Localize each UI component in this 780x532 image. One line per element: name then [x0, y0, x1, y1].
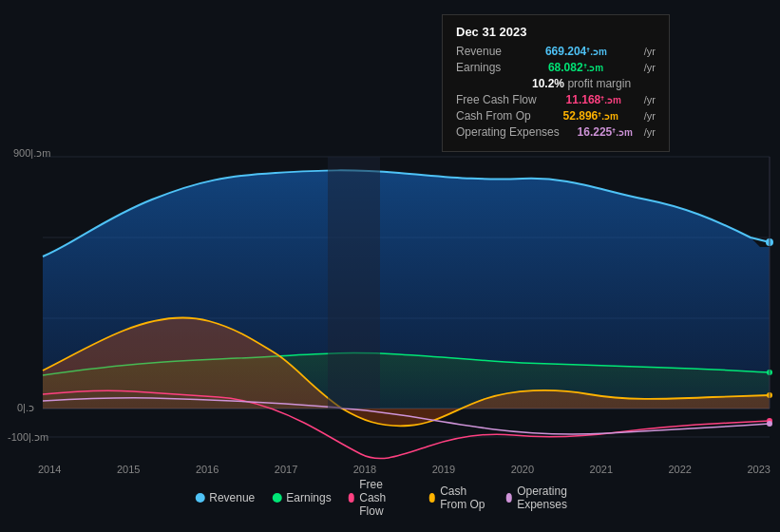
legend-label: Operating Expenses: [517, 484, 585, 511]
x-axis-label: 2023: [747, 464, 770, 475]
legend-item[interactable]: Cash From Op: [429, 484, 489, 511]
x-axis-label: 2020: [511, 464, 534, 475]
legend-label: Cash From Op: [440, 484, 488, 511]
legend-label: Revenue: [209, 491, 255, 504]
margin-value: 10.2%: [532, 77, 564, 90]
tooltip-row-opex: Operating Expenses16.225ꜛ.ɔm/yr: [456, 125, 656, 139]
y-axis-neg-label: -100|.ɔm: [8, 431, 48, 444]
tooltip-row-earnings: Earnings68.082ꜛ.ɔm/yr: [456, 61, 656, 74]
tooltip-row-revenue: Revenue669.204ꜛ.ɔm/yr: [456, 45, 656, 58]
legend-label: Earnings: [286, 491, 331, 504]
svg-point-10: [767, 421, 772, 427]
margin-label: profit margin: [567, 77, 631, 90]
tooltip-label: Cash From Op: [456, 109, 531, 123]
tooltip-value: 68.082ꜛ.ɔm: [548, 61, 603, 74]
tooltip-value: 52.896ꜛ.ɔm: [563, 109, 618, 123]
legend-item[interactable]: Operating Expenses: [506, 484, 585, 511]
tooltip-label: Earnings: [456, 61, 501, 74]
y-axis-zero-label: 0|.ɔ: [17, 402, 34, 414]
tooltip-rows: Revenue669.204ꜛ.ɔm/yrEarnings68.082ꜛ.ɔm/…: [456, 45, 656, 139]
x-axis-label: 2016: [196, 464, 219, 475]
x-axis-label: 2015: [117, 464, 140, 475]
chart-container: 900|.ɔm 0|.ɔ -100|.ɔm 201420152016201720…: [0, 0, 780, 532]
tooltip-row-margin: 10.2% profit margin: [456, 77, 656, 90]
tooltip-suffix: /yr: [644, 126, 656, 138]
tooltip-label: Free Cash Flow: [456, 93, 537, 106]
tooltip-value: 11.168ꜛ.ɔm: [566, 93, 621, 106]
x-axis-labels: 2014201520162017201820192020202120222023: [38, 464, 770, 475]
tooltip-suffix: /yr: [644, 46, 656, 57]
tooltip-suffix: /yr: [644, 62, 656, 73]
svg-rect-11: [328, 157, 380, 408]
legend-item[interactable]: Free Cash Flow: [349, 478, 412, 518]
tooltip-title: Dec 31 2023: [456, 25, 656, 39]
legend-dot: [272, 493, 281, 503]
tooltip-value: 16.225ꜛ.ɔm: [578, 125, 633, 139]
legend-dot: [429, 493, 436, 503]
legend: RevenueEarningsFree Cash FlowCash From O…: [195, 478, 585, 518]
legend-item[interactable]: Earnings: [272, 491, 331, 504]
legend-dot: [506, 493, 513, 503]
x-axis-label: 2019: [432, 464, 455, 475]
legend-label: Free Cash Flow: [359, 478, 411, 518]
tooltip-label: Operating Expenses: [456, 125, 560, 139]
x-axis-label: 2017: [275, 464, 297, 475]
x-axis-label: 2014: [38, 464, 61, 475]
legend-item[interactable]: Revenue: [195, 491, 255, 504]
tooltip-row-fcf: Free Cash Flow11.168ꜛ.ɔm/yr: [456, 93, 656, 106]
tooltip: Dec 31 2023 Revenue669.204ꜛ.ɔm/yrEarning…: [442, 14, 670, 152]
x-axis-label: 2022: [669, 464, 692, 475]
x-axis-label: 2021: [590, 464, 613, 475]
tooltip-value: 669.204ꜛ.ɔm: [545, 45, 607, 58]
tooltip-label: Revenue: [456, 45, 502, 58]
tooltip-row-cashop: Cash From Op52.896ꜛ.ɔm/yr: [456, 109, 656, 123]
y-axis-top-label: 900|.ɔm: [13, 147, 50, 160]
x-axis-label: 2018: [353, 464, 376, 475]
tooltip-suffix: /yr: [644, 94, 656, 105]
tooltip-suffix: /yr: [644, 110, 656, 122]
legend-dot: [349, 493, 355, 503]
legend-dot: [195, 493, 204, 503]
